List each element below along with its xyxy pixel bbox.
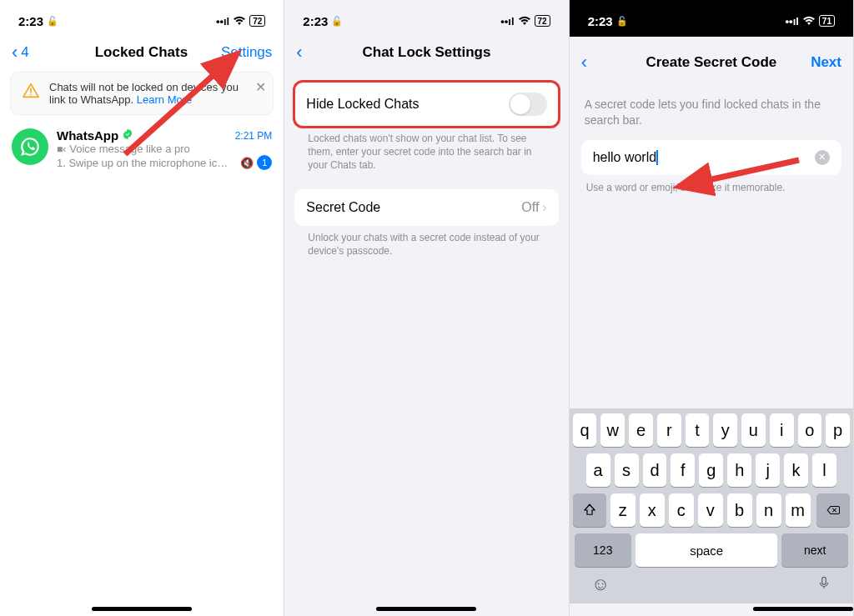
key-v[interactable]: v [698, 493, 723, 527]
key-k[interactable]: k [784, 453, 808, 487]
chevron-right-icon: › [542, 200, 546, 215]
backspace-key[interactable] [816, 493, 850, 527]
chat-name: WhatsApp [57, 128, 118, 143]
secret-label: Secret Code [306, 200, 380, 215]
next-key[interactable]: next [781, 533, 848, 567]
key-s[interactable]: s [615, 453, 639, 487]
secret-code-input[interactable]: hello world [593, 150, 656, 165]
wifi-icon [233, 14, 246, 28]
lock-icon: 🔓 [47, 16, 58, 27]
chat-preview-line1: Voice message like a pro [69, 143, 190, 155]
text-cursor [656, 150, 658, 165]
key-n[interactable]: n [756, 493, 781, 527]
key-h[interactable]: h [727, 453, 751, 487]
key-i[interactable]: i [770, 413, 794, 447]
signal-icon: ••ıl [216, 15, 229, 28]
back-button[interactable]: ‹ [581, 52, 631, 73]
svg-rect-4 [822, 577, 826, 584]
shift-key[interactable] [573, 493, 606, 527]
key-g[interactable]: g [699, 453, 723, 487]
battery-icon: 72 [249, 15, 265, 27]
lock-icon: 🔓 [616, 16, 628, 27]
chevron-left-icon: ‹ [296, 42, 302, 63]
screen-locked-chats: 2:23 🔓 ••ıl 72 ‹ 4 Locked Chats Settings… [0, 0, 284, 616]
chat-time: 2:21 PM [235, 130, 273, 142]
home-indicator [376, 607, 476, 611]
hide-toggle[interactable] [509, 93, 547, 116]
status-time: 2:23 [303, 14, 328, 28]
key-l[interactable]: l [812, 453, 836, 487]
dictation-key[interactable] [816, 573, 831, 597]
screen-chat-lock-settings: 2:23 🔓 ••ıl 72 ‹ Chat Lock Settings Hide… [284, 0, 569, 616]
key-a[interactable]: a [586, 453, 610, 487]
settings-button[interactable]: Settings [221, 44, 272, 61]
hide-note: Locked chats won't show on your chat lis… [294, 127, 558, 173]
key-t[interactable]: t [686, 413, 710, 447]
key-x[interactable]: x [640, 493, 665, 527]
key-q[interactable]: q [573, 413, 597, 447]
key-y[interactable]: y [713, 413, 737, 447]
key-o[interactable]: o [798, 413, 822, 447]
key-w[interactable]: w [600, 413, 625, 447]
notice-banner: Chats will not be locked on devices you … [10, 72, 274, 115]
signal-icon: ••ıl [786, 15, 799, 28]
hide-label: Hide Locked Chats [306, 97, 419, 112]
nav-bar: ‹ Chat Lock Settings [284, 37, 568, 72]
battery-icon: 72 [535, 15, 550, 27]
page-title: Locked Chats [62, 44, 221, 61]
status-bar: 2:23 🔓 ••ıl 72 [284, 0, 568, 37]
key-d[interactable]: d [643, 453, 667, 487]
status-bar: 2:23 🔓 ••ıl 71 [570, 0, 853, 37]
key-m[interactable]: m [786, 493, 811, 527]
status-time: 2:23 [588, 14, 613, 28]
hide-locked-chats-cell[interactable]: Hide Locked Chats [294, 82, 558, 127]
key-j[interactable]: j [756, 453, 780, 487]
svg-point-1 [30, 94, 32, 96]
whatsapp-avatar [12, 128, 48, 165]
mute-icon: 🔇 [240, 157, 254, 169]
emoji-key[interactable]: ☺ [591, 573, 610, 597]
key-p[interactable]: p [826, 413, 850, 447]
learn-more-link[interactable]: Learn More [137, 93, 192, 106]
clear-input-button[interactable]: ✕ [815, 150, 830, 165]
home-indicator [92, 607, 192, 611]
chat-list-item[interactable]: WhatsApp 2:21 PM ■‹ Voice message like a… [0, 122, 284, 177]
nav-bar: ‹ 4 Locked Chats Settings [0, 37, 284, 72]
key-u[interactable]: u [741, 413, 766, 447]
warning-icon [21, 81, 41, 101]
lock-icon: 🔓 [331, 16, 343, 27]
page-title: Chat Lock Settings [346, 44, 506, 61]
wifi-icon [518, 14, 531, 28]
secret-code-input-cell[interactable]: hello world ✕ [581, 140, 841, 175]
helper-text: A secret code lets you find locked chats… [570, 82, 853, 140]
secret-value: Off [521, 200, 539, 215]
dismiss-notice-button[interactable]: ✕ [255, 79, 266, 95]
key-e[interactable]: e [629, 413, 653, 447]
field-note: Use a word or emoji, but make it memorab… [570, 175, 853, 200]
status-bar: 2:23 🔓 ••ıl 72 [0, 0, 284, 37]
back-button[interactable]: ‹ [296, 42, 346, 63]
chat-preview-line2: 1. Swipe up on the microphone ic… [57, 157, 237, 169]
key-r[interactable]: r [657, 413, 681, 447]
status-time: 2:23 [18, 14, 43, 28]
verified-icon [122, 128, 133, 143]
page-title: Create Secret Code [631, 54, 791, 71]
video-icon: ■‹ [57, 143, 66, 155]
key-c[interactable]: c [669, 493, 694, 527]
keyboard: qwertyuiop asdfghjkl zxcvbnm 123 space n… [570, 408, 853, 603]
unread-badge: 1 [257, 155, 272, 170]
battery-icon: 71 [819, 15, 835, 27]
back-button[interactable]: ‹ 4 [12, 42, 62, 63]
space-key[interactable]: space [635, 533, 778, 567]
key-f[interactable]: f [671, 453, 695, 487]
numbers-key[interactable]: 123 [575, 533, 631, 567]
home-indicator [753, 607, 853, 611]
next-button[interactable]: Next [791, 54, 841, 71]
secret-code-cell[interactable]: Secret Code Off › [294, 189, 558, 226]
secret-note: Unlock your chats with a secret code ins… [294, 226, 558, 258]
key-b[interactable]: b [727, 493, 752, 527]
key-z[interactable]: z [610, 493, 635, 527]
signal-icon: ••ıl [500, 15, 514, 28]
chevron-left-icon: ‹ [12, 42, 18, 63]
back-count: 4 [21, 44, 28, 61]
